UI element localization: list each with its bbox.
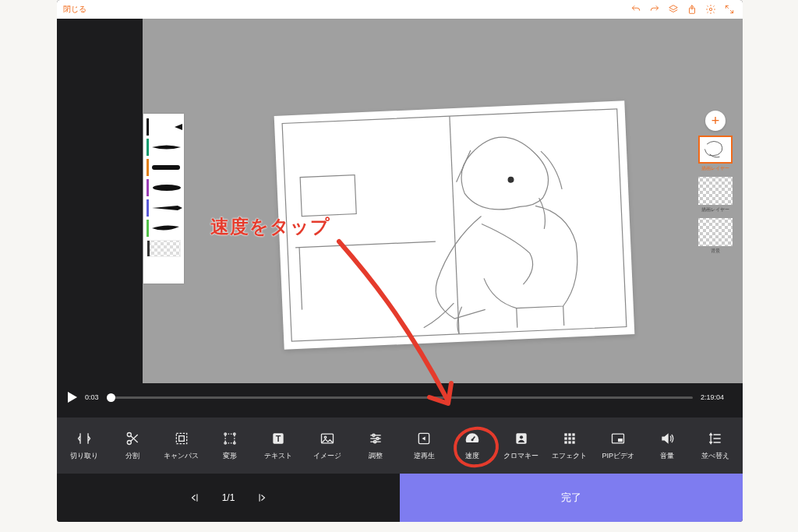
svg-point-18 [234, 442, 236, 445]
layer-thumb-0[interactable] [698, 136, 733, 164]
svg-point-16 [234, 433, 236, 435]
brush-3[interactable] [147, 159, 181, 176]
edit-toolbar: 切り取り 分割 キャンパス 変形 Tテキスト イメージ 調整 逆再生 速度 クロ… [57, 417, 743, 474]
svg-rect-35 [572, 433, 574, 435]
tool-image[interactable]: イメージ [305, 430, 349, 461]
layer-label-1: 描画レイヤー [701, 206, 729, 213]
expand-icon[interactable] [722, 2, 736, 16]
brush-1[interactable] [147, 118, 181, 136]
brush-2[interactable] [147, 139, 181, 156]
tool-reverse[interactable]: 逆再生 [402, 430, 446, 461]
brush-panel [143, 114, 184, 284]
tool-speed[interactable]: 速度 [450, 430, 494, 461]
tool-chroma[interactable]: クロマキー [500, 430, 543, 461]
canvas-area[interactable]: + 描画レイヤー 描画レイヤー 背景 [143, 19, 743, 383]
transform-icon [221, 430, 238, 447]
app-window: 閉じる [57, 0, 743, 522]
tool-text[interactable]: Tテキスト [256, 430, 300, 461]
add-layer-button[interactable]: + [705, 111, 726, 131]
tool-canvas[interactable]: キャンパス [160, 430, 203, 461]
svg-rect-41 [572, 441, 574, 443]
tool-adjust[interactable]: 調整 [354, 430, 397, 461]
layer-item-0[interactable]: 描画レイヤー [697, 136, 733, 172]
svg-rect-38 [572, 437, 574, 439]
svg-rect-34 [568, 433, 570, 435]
svg-rect-6 [300, 175, 356, 217]
pip-icon [609, 430, 627, 447]
layers-panel: + 描画レイヤー 描画レイヤー 背景 [693, 111, 738, 255]
svg-point-1 [709, 8, 712, 11]
tool-pip[interactable]: PIPビデオ [596, 430, 640, 461]
timeline-scrubber[interactable] [107, 396, 693, 399]
svg-point-22 [324, 436, 327, 439]
svg-point-11 [128, 433, 132, 437]
svg-rect-2 [152, 165, 180, 170]
undo-icon[interactable] [629, 2, 643, 16]
volume-icon [659, 430, 676, 447]
tool-reorder[interactable]: 並べ替え [694, 430, 737, 461]
sliders-icon [367, 430, 384, 447]
brush-6[interactable] [147, 220, 181, 237]
brush-4[interactable] [147, 179, 181, 196]
svg-line-7 [295, 241, 436, 248]
pager: 1/1 [57, 474, 400, 522]
tool-label: 並べ替え [701, 451, 729, 461]
next-page-button[interactable] [256, 492, 267, 503]
tool-trim[interactable]: 切り取り [62, 430, 106, 461]
tool-label: 変形 [223, 451, 237, 461]
annotation-text: 速度をタップ [210, 214, 330, 239]
bottom-bar: 1/1 完了 [57, 474, 743, 522]
page-indicator: 1/1 [222, 492, 235, 503]
layer-label-0: 描画レイヤー [701, 165, 729, 172]
redo-icon[interactable] [648, 2, 662, 16]
timeline-playhead[interactable] [107, 393, 115, 402]
share-icon[interactable] [685, 2, 699, 16]
tool-label: 音量 [660, 451, 674, 461]
effect-icon [561, 430, 578, 447]
svg-rect-40 [568, 441, 570, 443]
trim-icon [76, 430, 93, 447]
svg-rect-33 [564, 433, 567, 435]
canvas-icon [173, 430, 190, 447]
layer-thumb-1[interactable] [698, 177, 733, 205]
layer-label-2: 背景 [711, 248, 720, 255]
tool-effect[interactable]: エフェクト [548, 430, 591, 461]
tool-split[interactable]: 分割 [111, 430, 154, 461]
settings-icon[interactable] [704, 2, 718, 16]
svg-point-9 [507, 177, 514, 183]
layer-item-2[interactable]: 背景 [697, 218, 733, 255]
play-button[interactable] [68, 392, 77, 403]
svg-point-32 [520, 435, 523, 439]
layers-icon[interactable] [666, 2, 680, 16]
done-button[interactable]: 完了 [400, 474, 743, 522]
person-icon [513, 430, 530, 447]
layer-thumb-2[interactable] [698, 218, 733, 246]
tool-label: イメージ [313, 451, 341, 461]
tool-label: 切り取り [70, 451, 98, 461]
tool-label: クロマキー [503, 451, 538, 461]
svg-rect-36 [564, 437, 567, 439]
tool-label: 調整 [369, 451, 383, 461]
svg-text:T: T [276, 434, 281, 443]
svg-point-30 [471, 439, 474, 441]
svg-rect-13 [178, 436, 184, 442]
reorder-icon [707, 430, 724, 447]
scissors-icon [124, 430, 141, 447]
svg-point-10 [128, 441, 132, 445]
tool-label: 速度 [465, 451, 479, 461]
tool-label: キャンパス [164, 451, 199, 461]
prev-page-button[interactable] [189, 492, 200, 503]
top-bar: 閉じる [57, 0, 743, 19]
brush-eraser[interactable] [147, 240, 181, 257]
tool-volume[interactable]: 音量 [645, 430, 689, 461]
total-time: 2:19:04 [701, 393, 724, 401]
svg-point-15 [224, 433, 227, 435]
layer-item-1[interactable]: 描画レイヤー [697, 177, 733, 213]
close-button[interactable]: 閉じる [63, 4, 87, 15]
image-icon [319, 430, 336, 447]
playback-bar: 0:03 2:19:04 [57, 383, 743, 411]
svg-line-8 [299, 248, 302, 310]
current-time: 0:03 [85, 393, 99, 401]
brush-5[interactable] [147, 199, 181, 217]
tool-transform[interactable]: 変形 [208, 430, 252, 461]
